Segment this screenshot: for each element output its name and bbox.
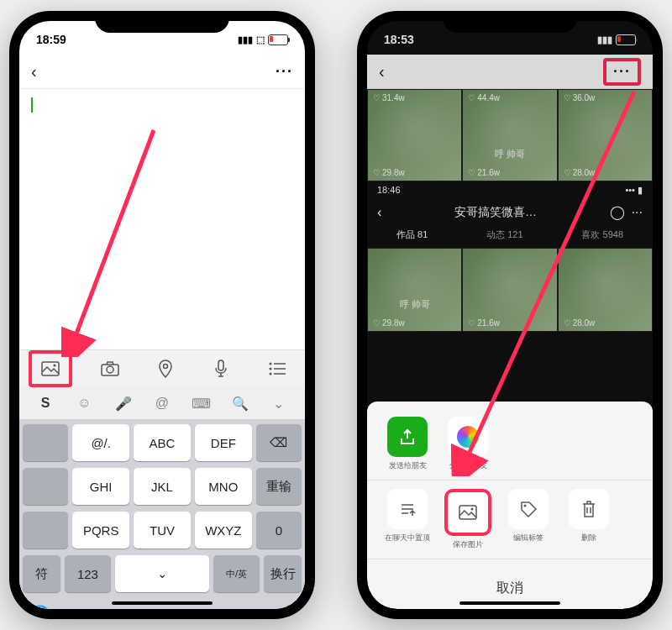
tag-icon — [508, 489, 549, 529]
sogou-icon[interactable]: S — [26, 396, 65, 411]
edit-tag[interactable]: 编辑标签 — [505, 489, 552, 550]
delete[interactable]: 删除 — [565, 489, 612, 550]
keyboard-suggestion-bar: S ☺ 🎤 @ ⌨ 🔍 ⌄ — [19, 387, 305, 419]
svg-point-6 — [269, 363, 271, 365]
svg-rect-5 — [218, 360, 223, 370]
voice-input-icon[interactable]: 🎤 — [104, 396, 143, 412]
key-reinput[interactable]: 重输 — [256, 468, 302, 505]
text-cursor — [31, 97, 33, 113]
key-tuv[interactable]: TUV — [134, 512, 191, 549]
dictation-icon[interactable]: 🎤 — [274, 604, 295, 609]
key-wxyz[interactable]: WXYZ — [195, 512, 252, 549]
phone-right: 18:53 ▮▮▮ ‹ ··· ♡ 31.4w ♡ 29.8w ♡ 44.4w … — [357, 11, 663, 619]
key-123[interactable]: 123 — [65, 555, 112, 592]
back-button[interactable]: ‹ — [31, 62, 37, 81]
share-moments[interactable]: 分享到朋友 — [444, 417, 491, 471]
notch — [95, 11, 229, 33]
key-ghi[interactable]: GHI — [72, 468, 129, 505]
key-jkl[interactable]: JKL — [134, 468, 191, 505]
key-backspace[interactable]: ⌫ — [256, 424, 302, 461]
keyboard-icon[interactable]: ⌨ — [181, 396, 220, 412]
key-zero[interactable]: 0 — [256, 512, 302, 549]
more-button[interactable]: ··· — [276, 63, 293, 81]
compose-toolbar — [19, 349, 305, 387]
svg-point-3 — [107, 366, 113, 373]
at-icon[interactable]: @ — [143, 396, 181, 411]
key-empty3[interactable] — [23, 512, 68, 549]
phone-left: 18:59 ▮▮▮ ⬚ ‹ ··· — [9, 11, 315, 619]
key-lang[interactable]: 中/英 — [213, 555, 260, 592]
svg-point-4 — [163, 365, 167, 369]
key-1[interactable]: @/. — [72, 424, 129, 461]
clock: 18:59 — [36, 33, 66, 46]
send-to-friend[interactable]: 发送给朋友 — [384, 417, 431, 471]
signal-icon: ▮▮▮ — [238, 34, 253, 45]
svg-point-7 — [269, 368, 271, 370]
emoji-icon[interactable]: ☺ — [65, 396, 103, 411]
key-mno[interactable]: MNO — [195, 468, 252, 505]
text-editor[interactable] — [19, 89, 305, 349]
keyboard: @/. ABC DEF ⌫ GHI JKL MNO 重输 PQRS TUV WX… — [19, 419, 305, 601]
key-def[interactable]: DEF — [195, 424, 252, 461]
key-return[interactable]: 换行 — [264, 555, 302, 592]
key-abc[interactable]: ABC — [134, 424, 191, 461]
cancel-button[interactable]: 取消 — [377, 568, 643, 602]
voice-tool[interactable] — [202, 354, 239, 384]
pin-in-chat[interactable]: 在聊天中置顶 — [384, 489, 431, 550]
key-pqrs[interactable]: PQRS — [72, 512, 129, 549]
trash-icon — [569, 489, 609, 529]
sheet-divider — [367, 480, 653, 480]
svg-point-8 — [269, 373, 271, 375]
key-empty2[interactable] — [23, 468, 68, 505]
svg-point-18 — [524, 505, 527, 507]
nav-bar: ‹ ··· — [19, 55, 305, 89]
share-friend-icon — [387, 417, 428, 457]
image-icon — [444, 489, 491, 536]
sheet-row-actions: 在聊天中置顶 保存图片 编辑标签 — [377, 489, 643, 550]
home-indicator[interactable] — [459, 601, 560, 605]
collapse-icon[interactable]: ⌄ — [260, 396, 298, 412]
sheet-divider — [367, 559, 653, 559]
notch — [443, 11, 577, 33]
wifi-icon: ⬚ — [256, 34, 265, 45]
moments-icon — [448, 417, 488, 457]
key-empty[interactable] — [23, 424, 68, 461]
battery-icon — [268, 34, 288, 45]
sheet-row-share: 发送给朋友 分享到朋友 — [377, 417, 643, 471]
svg-point-1 — [54, 365, 56, 367]
pin-icon — [387, 489, 428, 529]
key-space[interactable]: ⌄ — [115, 555, 208, 592]
search-icon[interactable]: 🔍 — [220, 396, 259, 412]
screen-right: 18:53 ▮▮▮ ‹ ··· ♡ 31.4w ♡ 29.8w ♡ 44.4w … — [367, 21, 653, 609]
save-image[interactable]: 保存图片 — [444, 489, 491, 550]
screen-left: 18:59 ▮▮▮ ⬚ ‹ ··· — [19, 21, 305, 609]
image-tool[interactable] — [29, 350, 72, 387]
list-tool[interactable] — [259, 354, 296, 384]
home-indicator[interactable] — [112, 601, 213, 605]
svg-point-17 — [471, 508, 474, 511]
action-sheet: 发送给朋友 分享到朋友 在聊天中置顶 — [367, 402, 653, 609]
globe-icon[interactable]: 🌐 — [29, 604, 50, 609]
location-tool[interactable] — [147, 354, 184, 384]
camera-tool[interactable] — [92, 354, 129, 384]
status-right: ▮▮▮ ⬚ — [238, 34, 288, 45]
key-symbol[interactable]: 符 — [23, 555, 60, 592]
